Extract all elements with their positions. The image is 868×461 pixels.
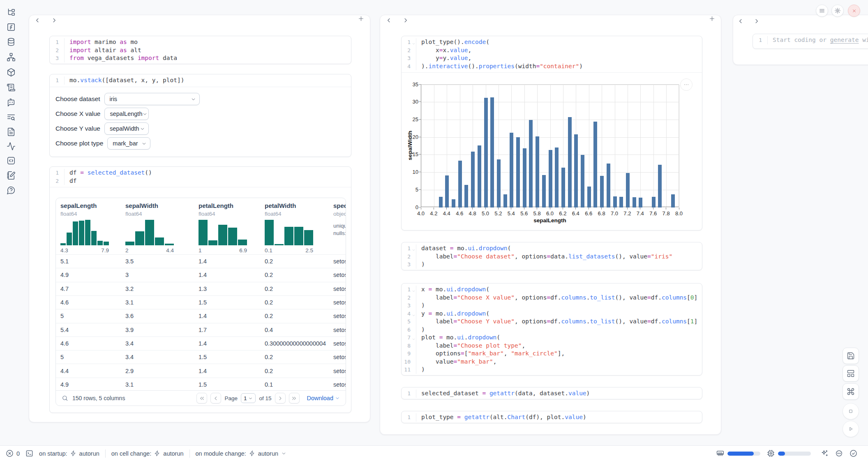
chevron-left-icon	[737, 18, 744, 25]
table-cell: 4.6	[60, 340, 69, 347]
empty-code-cell[interactable]: 1 Start coding or generate with AI	[753, 34, 868, 49]
chart-bar	[658, 165, 662, 207]
scroll-right-button[interactable]	[51, 17, 58, 25]
command-button[interactable]	[843, 383, 859, 400]
column-name[interactable]: petalWidth	[265, 202, 313, 209]
chevrons-left-icon	[199, 395, 205, 401]
scroll-left-button[interactable]	[34, 17, 41, 25]
sidebar-database-button[interactable]	[6, 37, 16, 47]
sidebar-bot-message-button[interactable]	[6, 97, 16, 107]
layout-button[interactable]	[843, 365, 859, 382]
play-button[interactable]	[843, 421, 859, 437]
add-cell-button[interactable]	[709, 15, 716, 24]
memory-meter	[727, 452, 760, 456]
column-name[interactable]: species	[333, 202, 346, 209]
x-tick-label: 8.0	[671, 210, 687, 217]
terminal-icon[interactable]	[25, 449, 33, 457]
stop-button[interactable]	[843, 403, 859, 420]
chart-bar	[652, 197, 656, 207]
prev-page-button[interactable]	[210, 393, 221, 403]
code-cell-plot-type[interactable]: 1plot_type = getattr(alt.Chart(df), plot…	[401, 411, 702, 423]
code-cell-imports[interactable]: 1import marimo as mo2import altair as al…	[49, 36, 351, 64]
runtime-config-1[interactable]: on startup:autorun	[39, 450, 99, 457]
sidebar-file-tree-button[interactable]	[6, 7, 16, 17]
sidebar-help-circle-button[interactable]	[6, 185, 16, 195]
y-tick-mark	[419, 172, 421, 172]
dropdown-choose-dataset[interactable]: iris	[104, 93, 200, 105]
code-cell-dataset-dropdown[interactable]: 1dataset = mo.ui.dropdown(2 label="Choos…	[401, 242, 702, 270]
sidebar-network-button[interactable]	[6, 52, 16, 62]
code-editor[interactable]: 1selected_dataset = getattr(data, datase…	[402, 387, 702, 400]
code-editor[interactable]: 1df = selected_dataset()2df	[50, 167, 351, 187]
code-editor[interactable]: 1import marimo as mo2import altair as al…	[50, 36, 351, 65]
code-editor[interactable]: 1mo.vstack([dataset, x, y, plot])	[50, 74, 351, 87]
code-editor[interactable]: 1plot_type().encode(2 x=x.value,3 y=y.va…	[402, 36, 702, 72]
sidebar-list-search-button[interactable]	[6, 113, 16, 122]
sidebar-scroll-text-button[interactable]	[6, 83, 16, 92]
table-column-header: petalLengthfloat6416.9	[199, 202, 247, 254]
settings-button[interactable]	[831, 5, 844, 17]
chart-plot-area[interactable]	[421, 84, 679, 207]
chart-bar	[490, 97, 494, 207]
chart-output: sepalWidth sepalLength 051015202530354.0…	[402, 72, 702, 230]
sidebar-activity-button[interactable]	[6, 141, 16, 151]
sidebar-file-text-button[interactable]	[6, 127, 16, 137]
chevron-right-icon	[51, 17, 58, 24]
code-text: label="Choose X value", options=df.colum…	[416, 294, 697, 302]
column-name[interactable]: petalLength	[199, 202, 247, 209]
scroll-right-button[interactable]	[402, 17, 409, 25]
dropdown-label: Choose dataset	[55, 95, 100, 103]
sparkles-icon[interactable]	[821, 449, 829, 457]
column-name[interactable]: sepalWidth	[125, 202, 174, 209]
column-type: float64	[60, 211, 109, 217]
last-page-button[interactable]	[289, 393, 300, 403]
column-histogram	[265, 220, 313, 245]
check-circle-icon[interactable]	[850, 449, 857, 457]
table-cell: setosa	[333, 368, 346, 374]
table-row: 4.931.40.2setosa	[56, 268, 346, 281]
close-button[interactable]	[848, 5, 860, 17]
first-page-button[interactable]	[196, 393, 207, 403]
page-select[interactable]: 1	[241, 393, 256, 403]
code-text: df	[65, 177, 76, 185]
scroll-left-button[interactable]	[386, 17, 392, 25]
dropdown-choose-x-value[interactable]: sepalLength	[104, 108, 149, 120]
line-number: 10	[402, 358, 416, 366]
sidebar-notebook-pen-button[interactable]	[6, 171, 16, 180]
code-editor[interactable]: 1dataset = mo.ui.dropdown(2 label="Choos…	[402, 242, 702, 271]
next-page-button[interactable]	[275, 393, 286, 403]
sidebar-function-square-button[interactable]	[6, 22, 16, 32]
generate-link[interactable]: generate	[830, 37, 859, 43]
table-row: 5.43.91.70.4setosa	[56, 323, 346, 337]
column-name[interactable]: sepalLength	[60, 202, 109, 209]
code-editor[interactable]: 1df = selected_dataset()2df	[50, 167, 351, 187]
runtime-config-3[interactable]: on module change:autorun	[196, 450, 287, 457]
search-icon[interactable]	[62, 395, 68, 401]
code-editor[interactable]: 1mo.vstack([dataset, x, y, plot])	[50, 74, 351, 87]
code-cell-selected-dataset[interactable]: 1selected_dataset = getattr(data, datase…	[401, 387, 702, 399]
config-value: autorun	[163, 450, 183, 457]
scroll-left-button[interactable]	[737, 18, 744, 26]
menu-button[interactable]	[816, 5, 828, 17]
sidebar-package-button[interactable]	[6, 67, 16, 77]
dropdown-choose-y-value[interactable]: sepalWidth	[104, 122, 149, 135]
dropdown-choose-plot-type[interactable]: mark_bar	[107, 137, 150, 150]
code-text: )	[416, 302, 425, 310]
save-button[interactable]	[843, 348, 859, 364]
code-cell-xy-dropdowns[interactable]: 1x = mo.ui.dropdown(2 label="Choose X va…	[401, 283, 702, 376]
column-range: 4.37.9	[60, 247, 109, 254]
error-count-badge[interactable]: 0	[6, 449, 20, 457]
chart-bar	[671, 194, 675, 207]
plus-icon	[358, 15, 365, 22]
code-editor[interactable]: 1x = mo.ui.dropdown(2 label="Choose X va…	[402, 284, 702, 376]
x-tick-mark	[498, 207, 499, 210]
runtime-config-2[interactable]: on cell change:autorun	[111, 450, 184, 457]
sidebar-code-snippet-button[interactable]	[6, 156, 16, 166]
download-button[interactable]: Download	[307, 395, 340, 401]
code-editor[interactable]: 1plot_type().encode(2 x=x.value,3 y=y.va…	[402, 36, 702, 72]
add-cell-button[interactable]	[358, 15, 365, 24]
chart-menu-button[interactable]	[680, 78, 693, 91]
scroll-right-button[interactable]	[753, 18, 760, 26]
robot-icon[interactable]	[835, 449, 843, 457]
code-editor[interactable]: 1plot_type = getattr(alt.Chart(df), plot…	[402, 411, 702, 424]
